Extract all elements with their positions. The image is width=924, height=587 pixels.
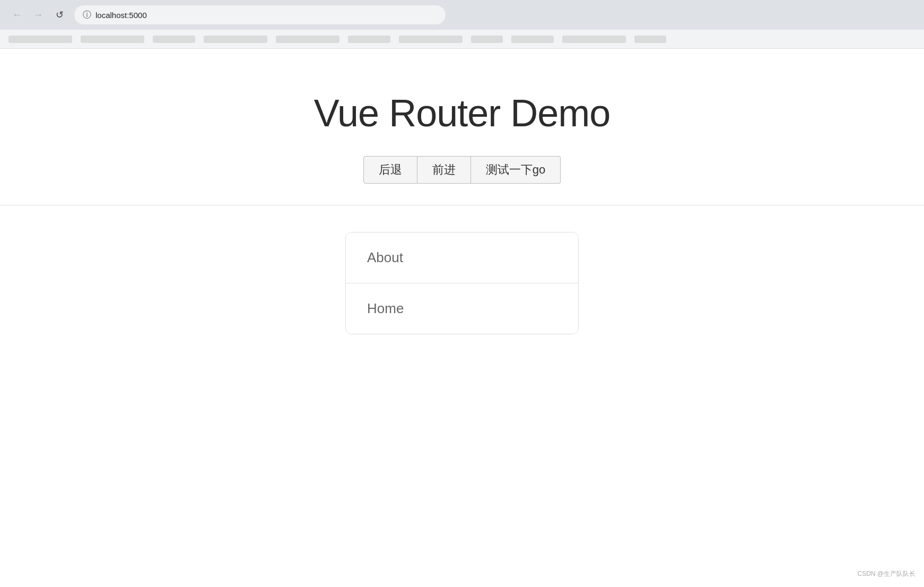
button-group: 后退 前进 测试一下go [363,156,561,184]
bookmark-item[interactable] [511,36,554,43]
bookmark-item[interactable] [348,36,390,43]
section-divider [0,205,924,205]
bookmarks-bar [0,30,924,49]
nav-list-container: About Home [345,232,579,334]
page-title: Vue Router Demo [314,91,611,135]
browser-chrome: ← → ↺ ⓘ localhost:5000 [0,0,924,49]
home-nav-item[interactable]: Home [346,283,578,334]
info-icon: ⓘ [83,10,91,21]
go-test-button[interactable]: 测试一下go [471,156,561,184]
bookmark-item[interactable] [562,36,626,43]
bookmark-item[interactable] [81,36,144,43]
forward-history-button[interactable]: 前进 [417,156,471,184]
bookmark-item[interactable] [471,36,503,43]
bookmark-item[interactable] [399,36,463,43]
bookmark-item[interactable] [276,36,339,43]
address-bar[interactable]: ⓘ localhost:5000 [74,5,446,24]
browser-toolbar: ← → ↺ ⓘ localhost:5000 [0,0,924,30]
watermark: CSDN @生产队队长 [857,569,916,579]
back-button[interactable]: ← [8,6,25,23]
back-history-button[interactable]: 后退 [363,156,417,184]
bookmark-item[interactable] [634,36,666,43]
nav-buttons: ← → ↺ [8,6,68,23]
url-text: localhost:5000 [95,11,147,20]
refresh-button[interactable]: ↺ [51,6,68,23]
bookmark-item[interactable] [153,36,195,43]
bookmark-item[interactable] [8,36,72,43]
page-content: Vue Router Demo 后退 前进 测试一下go About Home … [0,49,924,587]
about-nav-item[interactable]: About [346,232,578,283]
bookmark-item[interactable] [204,36,267,43]
forward-button[interactable]: → [30,6,47,23]
